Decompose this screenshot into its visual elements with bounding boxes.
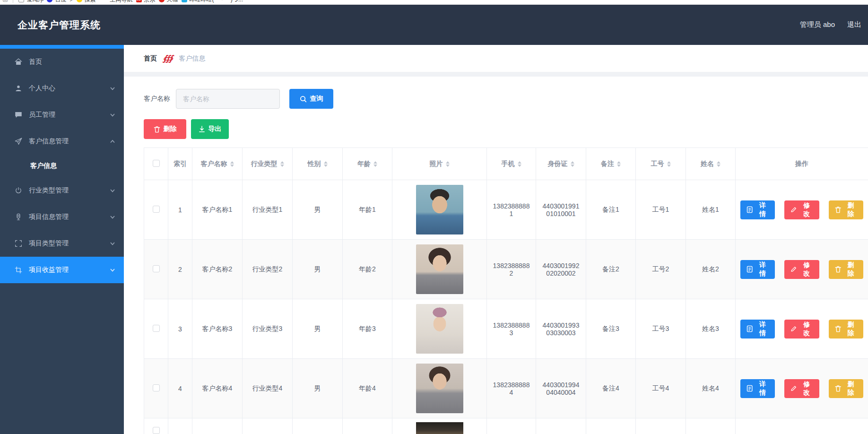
column-header-age[interactable]: 年龄	[343, 148, 392, 180]
delete-button[interactable]: 删除	[829, 200, 863, 219]
cell-phone: 13823888883	[487, 299, 536, 359]
download-icon	[199, 126, 205, 133]
cell-jobno: 工号2	[636, 240, 686, 299]
column-header-actions: 操作	[736, 148, 868, 180]
cell-customer-name: 客户名称1	[192, 180, 243, 240]
bookmark-item[interactable]: 爱纯净	[18, 0, 43, 4]
detail-button[interactable]: 详情	[740, 320, 775, 339]
edit-button[interactable]: 修改	[784, 200, 819, 219]
bookmark-label: 百度	[55, 0, 66, 4]
current-user[interactable]: 管理员 abo	[800, 20, 835, 29]
edit-button[interactable]: 修改	[784, 260, 819, 279]
column-header-photo[interactable]: 照片	[392, 148, 487, 180]
table-row	[144, 418, 868, 434]
search-ball-icon	[77, 0, 82, 2]
edit-button[interactable]: 修改	[784, 320, 819, 339]
sidebar-item-project-revenue[interactable]: 项目收益管理	[0, 257, 124, 283]
folder-icon	[18, 0, 24, 2]
tmall-icon	[159, 0, 165, 2]
bookmark-item[interactable]: 搜索	[77, 0, 96, 4]
sidebar-item-label: 项目收益管理	[29, 266, 69, 274]
customer-photo	[416, 304, 463, 354]
sidebar-item-label: 项目类型管理	[29, 239, 69, 248]
trash-icon	[835, 266, 841, 273]
sidebar-item-label: 客户信息管理	[29, 137, 69, 146]
cell-age: 年龄4	[343, 359, 392, 418]
app-title: 企业客户管理系统	[17, 18, 101, 32]
bookmark-item[interactable]: JD京东	[136, 0, 156, 4]
breadcrumb-home[interactable]: 首页	[144, 54, 157, 63]
detail-button[interactable]: 详情	[740, 379, 775, 398]
sidebar-item-home[interactable]: 首页	[0, 49, 124, 75]
query-button[interactable]: 查询	[289, 89, 333, 109]
power-icon	[14, 186, 23, 195]
row-checkbox[interactable]	[153, 427, 160, 434]
cell-age: 年龄3	[343, 299, 392, 359]
cell-jobno: 工号1	[636, 180, 686, 240]
printer-icon[interactable]: ⎙	[3, 0, 8, 3]
column-header-index: 索引	[168, 148, 192, 180]
sidebar-item-label: 个人中心	[29, 84, 55, 93]
bookmark-item[interactable]: 天猫	[159, 0, 178, 4]
cell-industry: 行业类型1	[243, 180, 293, 240]
row-checkbox[interactable]	[153, 206, 160, 213]
sidebar-item-industry-type[interactable]: 行业类型管理	[0, 177, 124, 204]
bookmark-label: 京东	[144, 0, 156, 4]
cell-index: 3	[168, 299, 192, 359]
sidebar-item-project-info[interactable]: 项目信息管理	[0, 204, 124, 230]
row-checkbox[interactable]	[153, 325, 160, 332]
row-checkbox[interactable]	[153, 384, 160, 391]
column-header-gender[interactable]: 性别	[293, 148, 343, 180]
table-row: 4 客户名称4 行业类型4 男 年龄4 13823888884 44030019…	[144, 359, 868, 418]
sort-icon	[280, 161, 284, 167]
table-row: 3 客户名称3 行业类型3 男 年龄3 13823888883 44030019…	[144, 299, 868, 359]
cell-jobno: 工号3	[636, 299, 686, 359]
content-card: 客户名称 查询 删除 导出	[124, 77, 868, 434]
logout-link[interactable]: 退出	[847, 20, 861, 29]
delete-button[interactable]: 删除	[829, 320, 863, 339]
chevron-down-icon	[110, 241, 115, 246]
row-checkbox[interactable]	[153, 265, 160, 272]
delete-button[interactable]: 删除	[829, 260, 863, 279]
bulk-delete-button[interactable]: 删除	[144, 119, 186, 139]
column-header-jobno[interactable]: 工号	[636, 148, 686, 180]
export-button[interactable]: 导出	[191, 119, 229, 139]
cell-gender: 男	[293, 299, 343, 359]
detail-button[interactable]: 详情	[740, 200, 775, 219]
bookmark-item[interactable]: 百度	[47, 0, 66, 4]
column-header-name[interactable]: 姓名	[686, 148, 736, 180]
column-header-remark[interactable]: 备注	[586, 148, 636, 180]
sidebar-item-project-type[interactable]: 项目类型管理	[0, 230, 124, 257]
bookmark-item[interactable]: ᐳ	[69, 0, 73, 2]
customer-photo	[416, 422, 463, 434]
select-all-checkbox[interactable]	[153, 160, 160, 167]
edit-button[interactable]: 修改	[784, 379, 819, 398]
sidebar-item-employees[interactable]: 员工管理	[0, 102, 124, 128]
sidebar-active-strip	[0, 45, 124, 49]
column-header-idcard[interactable]: 身份证	[536, 148, 586, 180]
column-header-customer-name[interactable]: 客户名称	[192, 148, 243, 180]
bookmark-item[interactable]: 哔哩哔哩( ゜- ゜)つ...	[182, 0, 243, 4]
sidebar-subitem-customer-info[interactable]: 客户信息	[0, 155, 124, 177]
breadcrumb-separator-icon: ∰	[163, 53, 173, 63]
user-icon	[14, 84, 23, 93]
cell-customer-name: 客户名称3	[192, 299, 243, 359]
column-header-phone[interactable]: 手机	[487, 148, 536, 180]
browser-bookmarks-bar: ⎙ 爱纯净 百度 ᐳ 搜索 2345上网导航 JD京东 天猫 哔哩哔哩( ゜- …	[0, 0, 868, 5]
cell-age: 年龄2	[343, 240, 392, 299]
bookmark-item[interactable]: 2345上网导航	[99, 0, 133, 4]
sidebar-item-profile[interactable]: 个人中心	[0, 75, 124, 102]
bookmark-label: 搜索	[85, 0, 96, 4]
sidebar-item-customer-mgmt[interactable]: 客户信息管理	[0, 128, 124, 155]
detail-button[interactable]: 详情	[740, 260, 775, 279]
sort-icon	[230, 161, 234, 167]
customer-name-input[interactable]	[176, 89, 280, 109]
sort-icon	[446, 161, 450, 167]
cell-phone: 13823888881	[487, 180, 536, 240]
column-header-industry[interactable]: 行业类型	[243, 148, 293, 180]
sidebar-item-label: 首页	[29, 58, 42, 66]
delete-button[interactable]: 删除	[829, 379, 863, 398]
table-header-row: 索引 客户名称 行业类型 性别 年龄 照片 手机 身份证 备注 工号 姓名 操作	[144, 148, 868, 180]
document-icon	[746, 385, 753, 392]
bookmark-label: 天猫	[167, 0, 178, 4]
